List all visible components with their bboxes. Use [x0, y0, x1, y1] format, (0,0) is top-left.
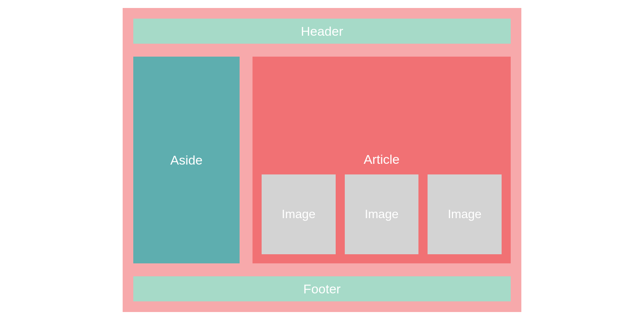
image-label: Image — [365, 207, 399, 221]
article-label: Article — [364, 152, 399, 167]
footer-label: Footer — [303, 282, 341, 296]
image-placeholder: Image — [262, 174, 336, 254]
header-region: Header — [133, 19, 511, 44]
aside-region: Aside — [133, 57, 240, 263]
image-placeholder: Image — [428, 174, 502, 254]
layout-container: Header Aside Article Image Image Image — [123, 8, 521, 312]
image-placeholder: Image — [345, 174, 419, 254]
article-label-wrap: Article — [262, 57, 502, 174]
middle-row: Aside Article Image Image Image — [133, 57, 511, 263]
image-label: Image — [282, 207, 316, 221]
aside-label: Aside — [170, 153, 202, 168]
image-label: Image — [448, 207, 481, 221]
images-row: Image Image Image — [262, 174, 502, 254]
article-region: Article Image Image Image — [253, 57, 511, 263]
header-label: Header — [301, 24, 343, 38]
footer-region: Footer — [133, 276, 511, 301]
